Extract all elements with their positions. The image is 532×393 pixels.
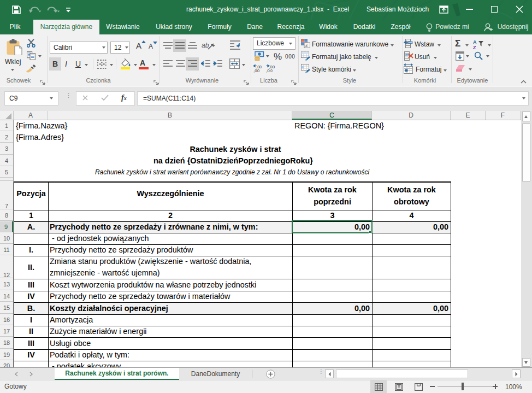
svg-text:,0: ,0 <box>266 68 270 73</box>
svg-text:,00: ,00 <box>253 68 260 73</box>
svg-text:Z: Z <box>473 45 476 50</box>
svg-text:0: 0 <box>259 65 262 69</box>
svg-text:≠: ≠ <box>305 43 308 48</box>
svg-text:0: 0 <box>270 69 273 73</box>
svg-text:ab: ab <box>202 42 209 49</box>
svg-text:A: A <box>473 39 477 45</box>
